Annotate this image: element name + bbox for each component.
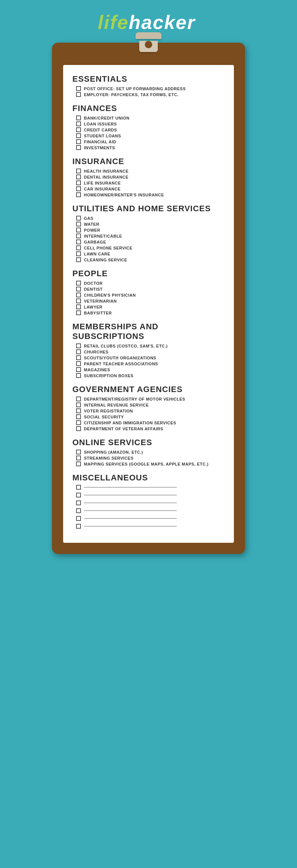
item-government-1: INTERNAL REVENUE SERVICE [72, 402, 223, 407]
checkbox-memberships-1[interactable] [76, 349, 81, 354]
misc-checkbox-4[interactable] [76, 516, 81, 521]
checkbox-utilities-5[interactable] [76, 245, 81, 250]
misc-line-5 [72, 524, 223, 529]
checkbox-essentials-1[interactable] [76, 92, 81, 97]
item-online-1: STREAMING SERVICES [72, 456, 223, 460]
checkbox-utilities-0[interactable] [76, 216, 81, 221]
checkbox-finances-3[interactable] [76, 133, 81, 138]
section-header-finances: FINANCES [72, 104, 223, 113]
item-label-online-1: STREAMING SERVICES [84, 456, 134, 460]
item-label-utilities-6: LAWN CARE [84, 252, 110, 256]
section-header-essentials: ESSENTIALS [72, 74, 223, 84]
section-header-utilities: UTILITIES AND HOME SERVICES [72, 204, 223, 213]
checkbox-people-0[interactable] [76, 281, 81, 285]
misc-checkbox-3[interactable] [76, 508, 81, 513]
item-label-people-0: DOCTOR [84, 281, 102, 285]
checkbox-government-2[interactable] [76, 408, 81, 413]
item-finances-0: BANK/CREDIT UNION [72, 115, 223, 120]
item-utilities-1: WATER [72, 222, 223, 226]
section-header-people: PEOPLE [72, 269, 223, 278]
checkbox-utilities-7[interactable] [76, 257, 81, 262]
item-insurance-2: LIFE INSURANCE [72, 180, 223, 185]
checkbox-memberships-4[interactable] [76, 367, 81, 372]
checkbox-government-4[interactable] [76, 420, 81, 425]
logo-row: lifehacker [0, 11, 297, 33]
checkbox-online-1[interactable] [76, 456, 81, 460]
checkbox-memberships-0[interactable] [76, 343, 81, 348]
checkbox-finances-5[interactable] [76, 145, 81, 150]
checkbox-insurance-3[interactable] [76, 186, 81, 191]
checkbox-people-4[interactable] [76, 304, 81, 309]
checkbox-online-2[interactable] [76, 461, 81, 466]
item-label-finances-1: LOAN ISSUERS [84, 122, 117, 126]
item-memberships-3: PARENT TEACHER ASSOCIATIONS [72, 361, 223, 366]
checkbox-utilities-3[interactable] [76, 234, 81, 238]
checkbox-government-1[interactable] [76, 402, 81, 407]
checkbox-finances-2[interactable] [76, 127, 81, 132]
checkbox-essentials-0[interactable] [76, 86, 81, 91]
item-label-government-5: DEPARTMENT OF VETERAN AFFAIRS [84, 427, 163, 431]
item-label-memberships-0: RETAIL CLUBS (COSTCO, SAM'S, ETC.) [84, 344, 168, 348]
lifehacker-logo: lifehacker [98, 11, 196, 33]
item-label-government-1: INTERNAL REVENUE SERVICE [84, 403, 149, 407]
checkbox-people-3[interactable] [76, 298, 81, 303]
life-text: life [98, 12, 129, 33]
checkbox-insurance-1[interactable] [76, 174, 81, 179]
item-label-finances-5: INVESTMENTS [84, 146, 115, 150]
checkbox-utilities-4[interactable] [76, 239, 81, 244]
checkbox-finances-4[interactable] [76, 139, 81, 144]
checkbox-government-3[interactable] [76, 414, 81, 419]
checkbox-online-0[interactable] [76, 450, 81, 454]
item-label-government-4: CITIZENSHIP AND IMMIGRATION SERVICES [84, 421, 176, 425]
misc-checkbox-1[interactable] [76, 493, 81, 497]
item-label-utilities-3: INTERNET/CABLE [84, 234, 122, 238]
checkbox-people-2[interactable] [76, 293, 81, 297]
checkbox-people-5[interactable] [76, 310, 81, 315]
item-memberships-4: MAGAZINES [72, 367, 223, 372]
misc-bar-4 [84, 518, 177, 519]
checkbox-memberships-3[interactable] [76, 361, 81, 366]
checkbox-insurance-4[interactable] [76, 192, 81, 197]
item-label-utilities-1: WATER [84, 222, 99, 226]
checkbox-utilities-2[interactable] [76, 228, 81, 232]
item-essentials-1: EMPLOYER: PAYCHECKS, TAX FORMS, ETC. [72, 92, 223, 97]
checkbox-utilities-6[interactable] [76, 251, 81, 256]
checkbox-finances-1[interactable] [76, 121, 81, 126]
item-label-insurance-3: CAR INSURANCE [84, 187, 121, 191]
clip-hole [145, 41, 152, 48]
item-finances-3: STUDENT LOANS [72, 133, 223, 138]
item-label-finances-2: CREDIT CARDS [84, 128, 117, 132]
misc-line-4 [72, 516, 223, 521]
checkbox-insurance-0[interactable] [76, 169, 81, 173]
misc-bar-3 [84, 510, 177, 511]
checkbox-people-1[interactable] [76, 287, 81, 291]
item-label-memberships-4: MAGAZINES [84, 368, 110, 372]
section-header-insurance: INSURANCE [72, 157, 223, 166]
item-utilities-5: CELL PHONE SERVICE [72, 245, 223, 250]
item-label-utilities-7: CLEANING SERVICE [84, 258, 127, 262]
item-label-insurance-2: LIFE INSURANCE [84, 181, 121, 185]
checkbox-memberships-2[interactable] [76, 355, 81, 360]
checkbox-insurance-2[interactable] [76, 180, 81, 185]
item-finances-4: FINANCIAL AID [72, 139, 223, 144]
item-online-0: SHOPPING (AMAZON, ETC.) [72, 450, 223, 454]
checkbox-memberships-5[interactable] [76, 373, 81, 378]
misc-checkbox-2[interactable] [76, 500, 81, 505]
misc-bar-1 [84, 495, 177, 495]
item-people-0: DOCTOR [72, 281, 223, 285]
misc-line-3 [72, 508, 223, 513]
item-label-people-3: VETERINARIAN [84, 299, 117, 303]
checkbox-finances-0[interactable] [76, 115, 81, 120]
checkbox-utilities-1[interactable] [76, 222, 81, 226]
section-header-online: ONLINE SERVICES [72, 438, 223, 447]
misc-checkbox-5[interactable] [76, 524, 81, 529]
clipboard-board: ESSENTIALS POST OFFICE: SET UP FORWARDIN… [52, 43, 245, 554]
checkbox-government-0[interactable] [76, 397, 81, 401]
item-insurance-1: DENTAL INSURANCE [72, 174, 223, 179]
item-people-2: CHILDREN'S PHYSICIAN [72, 293, 223, 297]
misc-checkbox-0[interactable] [76, 485, 81, 490]
item-government-2: VOTER REGISTRATION [72, 408, 223, 413]
item-label-essentials-1: EMPLOYER: PAYCHECKS, TAX FORMS, ETC. [84, 92, 179, 97]
misc-bar-2 [84, 503, 177, 503]
checkbox-government-5[interactable] [76, 426, 81, 431]
